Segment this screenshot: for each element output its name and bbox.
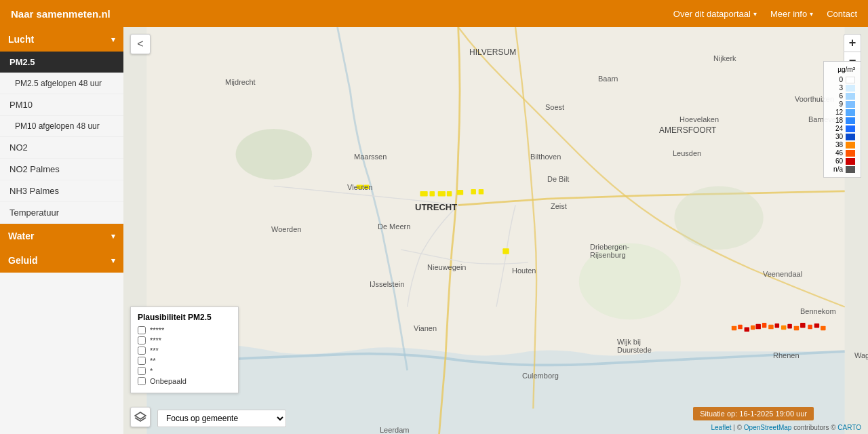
chevron-down-icon: ▾ [111, 35, 115, 44]
nav-item-meer[interactable]: Meer info ▾ [770, 9, 813, 19]
svg-rect-9 [471, 189, 476, 195]
legend-color-3 [846, 85, 855, 92]
chevron-down-icon: ▾ [810, 10, 813, 18]
svg-rect-25 [800, 323, 806, 328]
municipality-dropdown[interactable]: Focus op gemeente [157, 410, 286, 427]
svg-rect-19 [762, 323, 767, 328]
legend-item-9: 9 [829, 100, 855, 108]
svg-rect-15 [738, 325, 743, 330]
sidebar-item-pm25[interactable]: PM2.5 [0, 52, 123, 73]
legend-item-6: 6 [829, 92, 855, 100]
legend-item-30: 30 [829, 133, 855, 140]
plausibility-checkbox-4star[interactable] [138, 336, 146, 344]
legend-color-24 [846, 125, 855, 132]
layers-icon [134, 411, 146, 423]
chevron-down-icon: ▾ [111, 256, 115, 265]
svg-rect-22 [781, 326, 787, 330]
sidebar-item-pm10-48[interactable]: PM10 afgelopen 48 uur [0, 116, 123, 137]
plausibility-item-onbepaald[interactable]: Onbepaald [138, 377, 231, 385]
plausibility-checkbox-3star[interactable] [138, 347, 146, 355]
svg-point-1 [579, 243, 681, 320]
svg-rect-16 [745, 328, 750, 332]
legend-item-24: 24 [829, 125, 855, 132]
plausibility-panel: Plausibiliteit PM2.5 ***** **** *** ** * [130, 307, 239, 393]
svg-rect-21 [775, 323, 780, 328]
svg-rect-14 [732, 326, 737, 331]
map-legend: µg/m³ 0 3 6 9 12 [823, 61, 861, 178]
attribution-contributors: contributors © [793, 424, 837, 431]
nav-item-over[interactable]: Over dit dataportaal ▾ [673, 9, 757, 19]
situation-info: Situatie op: 16-1-2025 19:00 uur [693, 407, 814, 420]
svg-point-3 [674, 186, 763, 250]
legend-color-30 [846, 134, 855, 140]
zoom-in-button[interactable]: + [844, 34, 861, 52]
legend-items: 0 3 6 9 12 [829, 76, 855, 173]
svg-rect-17 [751, 326, 755, 330]
plausibility-title: Plausibiliteit PM2.5 [138, 313, 231, 322]
sidebar-section-lucht[interactable]: Lucht ▾ [0, 27, 123, 52]
svg-rect-27 [814, 323, 820, 328]
svg-rect-8 [457, 190, 463, 195]
leaflet-link[interactable]: Leaflet [711, 424, 731, 431]
plausibility-label-3star: *** [150, 347, 159, 355]
topnav-right: Over dit dataportaal ▾ Meer info ▾ Conta… [673, 9, 857, 19]
svg-rect-24 [794, 326, 800, 331]
plausibility-checkbox-onbepaald[interactable] [138, 377, 146, 385]
plausibility-item-3star[interactable]: *** [138, 347, 231, 355]
sidebar: Lucht ▾ PM2.5 PM2.5 afgelopen 48 uur PM1… [0, 27, 123, 434]
nav-item-contact[interactable]: Contact [827, 9, 857, 19]
carto-link[interactable]: CARTO [837, 424, 861, 431]
svg-rect-7 [447, 191, 452, 197]
map-container[interactable]: HILVERSUM Nijkerk Mijdrecht Baarn Soest … [123, 27, 868, 434]
legend-color-38 [846, 142, 855, 149]
svg-rect-20 [768, 325, 774, 330]
attribution: Leaflet | © OpenStreetMap contributors ©… [711, 424, 861, 431]
attribution-sep1: | © [733, 424, 744, 431]
plausibility-checkbox-1star[interactable] [138, 367, 146, 375]
osm-link[interactable]: OpenStreetMap [744, 424, 792, 431]
chevron-down-icon: ▾ [111, 232, 115, 241]
legend-item-18: 18 [829, 117, 855, 124]
site-link[interactable]: Naar samenmeten.nl [11, 8, 111, 20]
legend-title: µg/m³ [829, 66, 855, 73]
svg-rect-10 [479, 189, 484, 195]
svg-rect-23 [787, 324, 792, 329]
svg-marker-29 [135, 412, 146, 419]
sidebar-item-temperatuur[interactable]: Temperatuur [0, 202, 123, 224]
sidebar-section-water[interactable]: Water ▾ [0, 224, 123, 248]
plausibility-checkbox-5star[interactable] [138, 326, 146, 334]
sidebar-item-pm25-48[interactable]: PM2.5 afgelopen 48 uur [0, 73, 123, 94]
layers-button[interactable] [130, 407, 151, 427]
legend-color-12 [846, 109, 855, 116]
plausibility-item-4star[interactable]: **** [138, 336, 231, 344]
legend-color-60 [846, 158, 855, 165]
sidebar-item-nh3palmes[interactable]: NH3 Palmes [0, 180, 123, 202]
plausibility-label-2star: ** [150, 357, 156, 365]
legend-color-0 [846, 77, 855, 83]
plausibility-item-2star[interactable]: ** [138, 357, 231, 365]
sidebar-section-geluid[interactable]: Geluid ▾ [0, 248, 123, 273]
sidebar-item-no2[interactable]: NO2 [0, 137, 123, 159]
plausibility-label-5star: ***** [150, 326, 164, 334]
main-container: Lucht ▾ PM2.5 PM2.5 afgelopen 48 uur PM1… [0, 27, 868, 434]
plausibility-label-onbepaald: Onbepaald [150, 377, 186, 385]
legend-color-18 [846, 117, 855, 124]
legend-item-46: 46 [829, 149, 855, 157]
legend-item-0: 0 [829, 76, 855, 83]
municipality-select-container: Focus op gemeente [157, 410, 286, 427]
legend-color-46 [846, 150, 855, 157]
legend-color-9 [846, 101, 855, 108]
plausibility-item-5star[interactable]: ***** [138, 326, 231, 334]
back-button[interactable]: < [130, 34, 151, 54]
legend-color-6 [846, 93, 855, 100]
svg-rect-5 [430, 191, 435, 197]
svg-rect-18 [755, 324, 761, 330]
sidebar-item-pm10[interactable]: PM10 [0, 94, 123, 116]
plausibility-item-1star[interactable]: * [138, 367, 231, 375]
sidebar-item-no2palmes[interactable]: NO2 Palmes [0, 159, 123, 180]
svg-rect-28 [821, 326, 826, 331]
legend-item-60: 60 [829, 157, 855, 165]
legend-color-na [846, 166, 855, 173]
plausibility-checkbox-2star[interactable] [138, 357, 146, 365]
chevron-down-icon: ▾ [753, 10, 757, 18]
